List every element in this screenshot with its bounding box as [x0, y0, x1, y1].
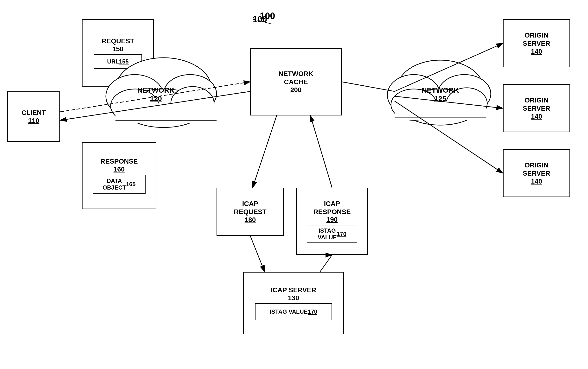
- diagram: 100 CLIENT 110 REQUEST 150 URL 155 RESPO…: [0, 0, 588, 369]
- svg-point-11: [387, 75, 440, 115]
- icap-response-label: ICAPRESPONSE: [313, 200, 351, 216]
- client-box: CLIENT 110: [7, 92, 60, 142]
- url-inner-box: URL 155: [94, 54, 142, 69]
- url-label: URL: [107, 58, 119, 65]
- origin-server-2-box: ORIGINSERVER 140: [503, 84, 570, 132]
- svg-point-2: [164, 75, 217, 113]
- response-label: RESPONSE: [100, 157, 138, 165]
- svg-line-27: [310, 115, 332, 188]
- response-number: 160: [113, 165, 125, 173]
- svg-line-22: [342, 82, 395, 92]
- origin-server-1-number: 140: [531, 48, 542, 55]
- svg-line-26: [253, 115, 277, 188]
- network-cache-box: NETWORKCACHE 200: [250, 48, 342, 115]
- svg-point-15: [446, 88, 487, 119]
- istag-number-2: 170: [308, 308, 317, 315]
- request-number: 150: [112, 45, 124, 53]
- request-label: REQUEST: [102, 37, 134, 45]
- svg-point-14: [391, 89, 437, 120]
- svg-text:125: 125: [434, 94, 446, 102]
- icap-response-box: ICAPRESPONSE 190 ISTAGVALUE 170: [296, 188, 368, 255]
- svg-line-25: [395, 101, 503, 173]
- origin-server-2-label: ORIGINSERVER: [523, 96, 550, 112]
- icap-request-box: ICAPREQUEST 180: [217, 188, 284, 236]
- icap-request-number: 180: [245, 216, 256, 224]
- icap-server-number: 130: [288, 294, 299, 302]
- icap-request-label: ICAPREQUEST: [234, 200, 266, 216]
- svg-rect-6: [115, 103, 217, 123]
- response-box: RESPONSE 160 DATAOBJECT 165: [82, 142, 156, 209]
- svg-rect-16: [395, 101, 486, 120]
- icap-response-number: 190: [327, 216, 338, 224]
- istag-number-1: 170: [337, 231, 346, 237]
- svg-line-21: [60, 92, 250, 120]
- svg-text:NETWORK: NETWORK: [422, 86, 459, 94]
- svg-text:120: 120: [150, 94, 162, 102]
- icap-server-label: ICAP SERVER: [271, 286, 316, 294]
- svg-point-13: [402, 89, 479, 125]
- origin-server-3-box: ORIGINSERVER 140: [503, 149, 570, 197]
- svg-point-4: [111, 89, 159, 123]
- origin-server-2-number: 140: [531, 113, 542, 120]
- istag-label-1: ISTAGVALUE: [318, 227, 337, 241]
- data-object-number: 165: [126, 181, 136, 188]
- svg-line-24: [395, 96, 503, 108]
- istag-label-2: ISTAG VALUE: [270, 308, 308, 315]
- origin-server-1-label: ORIGINSERVER: [523, 31, 550, 47]
- istag-inner-box-1: ISTAGVALUE 170: [307, 225, 357, 243]
- network-cache-label: NETWORKCACHE: [279, 70, 313, 86]
- origin-server-3-number: 140: [531, 177, 542, 185]
- url-number: 155: [119, 58, 129, 65]
- client-label: CLIENT: [21, 109, 46, 117]
- svg-text:NETWORK: NETWORK: [137, 86, 175, 94]
- svg-line-23: [395, 43, 503, 92]
- svg-point-5: [171, 87, 214, 120]
- svg-point-10: [397, 60, 484, 118]
- client-number: 110: [28, 117, 40, 125]
- origin-server-1-box: ORIGINSERVER 140: [503, 19, 570, 67]
- svg-point-3: [123, 89, 205, 127]
- request-box: REQUEST 150 URL 155: [82, 19, 154, 87]
- data-object-label: DATAOBJECT: [103, 177, 126, 191]
- network-125-cloud: NETWORK 125: [387, 60, 491, 125]
- svg-point-12: [438, 75, 491, 113]
- svg-line-29: [320, 255, 332, 272]
- istag-inner-box-2: ISTAG VALUE 170: [255, 303, 332, 320]
- svg-line-28: [250, 236, 265, 272]
- data-object-inner-box: DATAOBJECT 165: [93, 175, 145, 194]
- icap-server-box: ICAP SERVER 130 ISTAG VALUE 170: [243, 272, 344, 334]
- origin-server-3-label: ORIGINSERVER: [523, 161, 550, 177]
- network-cache-number: 200: [290, 86, 302, 94]
- ref-number: 100: [260, 11, 275, 21]
